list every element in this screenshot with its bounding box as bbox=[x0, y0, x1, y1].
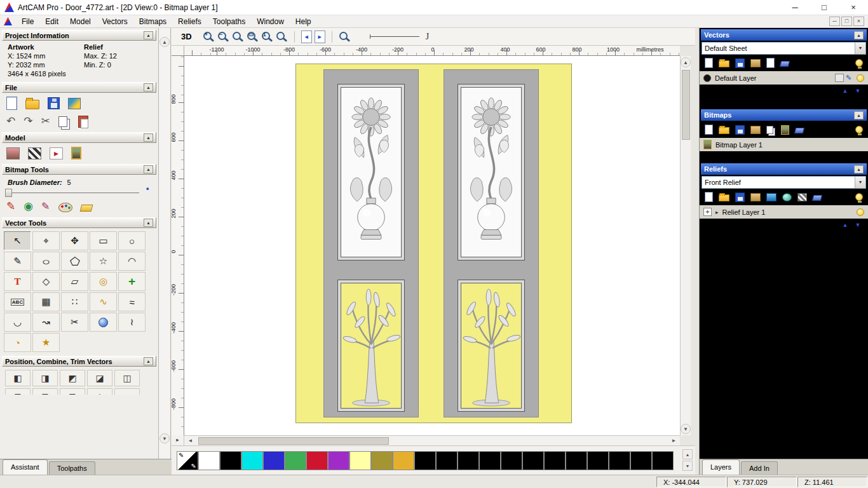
zoom-in-icon[interactable]: + bbox=[202, 30, 215, 44]
open-relief-layer-icon[interactable] bbox=[719, 194, 729, 201]
merge-layer-icon[interactable] bbox=[835, 74, 844, 82]
open-bitmap-layer-icon[interactable] bbox=[719, 127, 729, 134]
maximize-button[interactable]: □ bbox=[810, 0, 839, 15]
collapse-vectors-button[interactable]: ▲ bbox=[854, 31, 864, 39]
colour-swatch[interactable] bbox=[414, 451, 436, 470]
snap-page-left-icon[interactable]: ◄ bbox=[301, 30, 312, 43]
layer-visible-icon[interactable] bbox=[857, 74, 864, 82]
relief-wave-icon[interactable] bbox=[766, 193, 776, 201]
pan-corner-button[interactable]: ▸ bbox=[172, 435, 184, 445]
load-picture-icon[interactable] bbox=[781, 125, 789, 135]
offset-tool[interactable]: ▱ bbox=[61, 272, 88, 291]
nesting-dots-tool[interactable]: ∷ bbox=[61, 292, 88, 311]
colour-swatch[interactable] bbox=[609, 451, 630, 470]
zoom-object-icon[interactable]: ▭ bbox=[246, 30, 259, 44]
save-vector-layer-icon[interactable] bbox=[735, 58, 745, 68]
node-edit-tool[interactable]: ⌖ bbox=[32, 231, 60, 250]
vertical-scroll-thumb[interactable] bbox=[682, 70, 690, 140]
ellipse-tool[interactable]: ○ bbox=[32, 252, 60, 271]
import-model-icon[interactable] bbox=[68, 98, 81, 109]
arc-segment-tool[interactable]: ◡ bbox=[4, 313, 31, 332]
set-model-size-icon[interactable] bbox=[6, 147, 20, 159]
minimize-button[interactable]: ─ bbox=[780, 0, 810, 15]
view-3d-button[interactable]: 3D bbox=[178, 31, 195, 42]
palette-up-button[interactable]: ▲ bbox=[682, 449, 693, 459]
align-bottom-tool[interactable]: ◪ bbox=[87, 370, 112, 386]
polygon-tool[interactable] bbox=[61, 252, 88, 271]
save-bitmap-layer-icon[interactable] bbox=[735, 125, 745, 135]
mirror-tool[interactable]: ◔ bbox=[4, 333, 31, 352]
intersect-vectors-tool[interactable]: ⊡ bbox=[60, 388, 85, 395]
canvas-scroll-left[interactable]: ◄ bbox=[186, 437, 195, 445]
toggle-reliefs-visible-icon[interactable] bbox=[855, 193, 863, 201]
drawing-canvas[interactable] bbox=[184, 56, 680, 435]
paste-vector-tool[interactable]: + bbox=[118, 272, 146, 291]
zoom-help-icon[interactable] bbox=[338, 30, 351, 44]
expand-layer-icon[interactable]: ▸ bbox=[715, 209, 719, 215]
collapse-vector-button[interactable]: ▲ bbox=[144, 219, 153, 227]
colour-swatch[interactable] bbox=[652, 451, 674, 470]
tab-toolpaths[interactable]: Toolpaths bbox=[49, 461, 95, 475]
sphere-tool[interactable] bbox=[90, 313, 117, 332]
star-tool[interactable]: ☆ bbox=[90, 252, 117, 271]
canvas-vertical-scrollbar[interactable]: ▲ ▼ bbox=[680, 56, 691, 435]
menu-bitmaps[interactable]: Bitmaps bbox=[133, 15, 172, 28]
colour-swatch[interactable] bbox=[522, 451, 544, 470]
sheet-dropdown[interactable]: Default Sheet ▼ bbox=[702, 42, 866, 55]
eraser-icon[interactable] bbox=[79, 205, 93, 212]
relief-visible-icon[interactable] bbox=[857, 208, 864, 216]
collapse-reliefs-button[interactable]: ▲ bbox=[854, 165, 864, 173]
arc-tool[interactable]: ◠ bbox=[118, 252, 146, 271]
horizontal-scroll-thumb[interactable] bbox=[198, 437, 389, 445]
import-vectors-icon[interactable] bbox=[750, 59, 761, 67]
relief-pipeline-dropdown[interactable]: Front Relief ▼ bbox=[702, 176, 866, 189]
duplicate-layer-icon[interactable] bbox=[766, 58, 775, 68]
scroll-down-button[interactable]: ▼ bbox=[159, 433, 170, 444]
toggle-bitmaps-visible-icon[interactable] bbox=[855, 126, 863, 133]
colour-swatch[interactable] bbox=[544, 451, 566, 470]
scroll-up-button[interactable]: ▲ bbox=[159, 37, 170, 47]
palette-down-button[interactable]: ▼ bbox=[682, 461, 693, 471]
colour-swatch[interactable] bbox=[501, 451, 522, 470]
slider-track[interactable] bbox=[8, 193, 139, 193]
collapse-project-button[interactable]: ▲ bbox=[144, 31, 153, 39]
vector-layer-row[interactable]: Default Layer ✎ bbox=[700, 71, 868, 85]
door-artwork[interactable] bbox=[295, 64, 572, 423]
import-bitmap-icon[interactable] bbox=[750, 126, 761, 134]
tab-assistant[interactable]: Assistant bbox=[3, 459, 48, 475]
spline-tool[interactable]: ≀ bbox=[118, 313, 146, 332]
close-button[interactable]: × bbox=[839, 0, 868, 15]
select-tool[interactable]: ↖ bbox=[4, 231, 31, 250]
dropdown-arrow-icon[interactable]: ▼ bbox=[855, 43, 865, 54]
menu-help[interactable]: Help bbox=[290, 15, 317, 28]
colour-swatch[interactable] bbox=[393, 451, 414, 470]
zoom-previous-icon[interactable] bbox=[275, 30, 288, 44]
text-tool[interactable]: T bbox=[4, 272, 31, 291]
load-image-icon[interactable] bbox=[71, 147, 81, 159]
import-relief-icon[interactable] bbox=[750, 193, 761, 201]
new-bitmap-layer-icon[interactable] bbox=[705, 125, 713, 135]
canvas-scroll-right[interactable]: ► bbox=[669, 437, 679, 445]
edit-layer-icon[interactable]: ✎ bbox=[846, 74, 855, 82]
move-relief-up-button[interactable]: ▲ bbox=[840, 220, 850, 230]
flood-fill-icon[interactable]: ◉ bbox=[24, 200, 33, 213]
relief-layer-row[interactable]: + ▸ Relief Layer 1 bbox=[700, 205, 868, 219]
zoom-out-icon[interactable]: − bbox=[217, 30, 230, 44]
open-vector-layer-icon[interactable] bbox=[719, 60, 729, 67]
align-left-tool[interactable]: ◧ bbox=[5, 370, 31, 386]
move-relief-down-button[interactable]: ▼ bbox=[853, 220, 863, 230]
center-in-page-tool[interactable]: ◫ bbox=[114, 370, 140, 386]
menu-reliefs[interactable]: Reliefs bbox=[172, 15, 207, 28]
select-star-tool[interactable]: ★ bbox=[32, 333, 60, 352]
colour-swatch[interactable] bbox=[349, 451, 371, 470]
redo-icon[interactable]: ↷ bbox=[24, 115, 32, 128]
move-layer-down-button[interactable]: ▼ bbox=[853, 86, 863, 96]
weld-vectors-tool[interactable]: ∴ bbox=[87, 388, 112, 395]
mdi-minimize-button[interactable]: ─ bbox=[829, 17, 840, 26]
wrap-text-tool[interactable]: ▦ bbox=[32, 292, 60, 311]
nesting-tool[interactable]: NES bbox=[114, 388, 140, 395]
colour-swatch[interactable] bbox=[566, 451, 587, 470]
palette-icon[interactable] bbox=[58, 203, 72, 212]
slider-handle[interactable] bbox=[5, 189, 12, 197]
adjust-model-icon[interactable] bbox=[28, 147, 41, 159]
